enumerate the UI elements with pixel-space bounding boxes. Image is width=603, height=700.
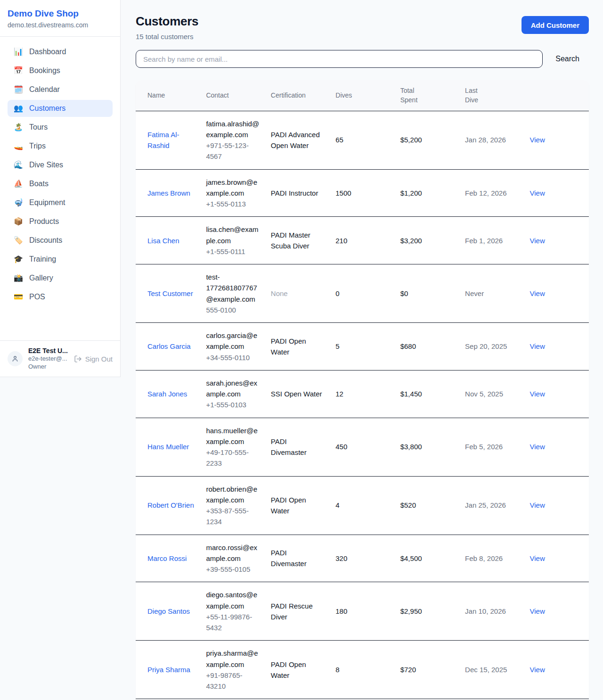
sidebar-item-products[interactable]: 📦 Products	[8, 213, 113, 230]
sidebar-item-label: Training	[29, 255, 56, 264]
customer-email: fatima.alrashid@example.com	[206, 118, 259, 140]
view-customer-link[interactable]: View	[530, 554, 545, 562]
customer-dives: 12	[330, 370, 394, 418]
sidebar-item-label: Discounts	[29, 236, 62, 245]
sidebar-item-discounts[interactable]: 🏷️ Discounts	[8, 232, 113, 249]
view-customer-link[interactable]: View	[530, 390, 545, 398]
table-row: Fatima Al-Rashid fatima.alrashid@example…	[136, 111, 589, 169]
customer-name-link[interactable]: Robert O'Brien	[147, 501, 194, 509]
table-row: Robert O'Brien robert.obrien@example.com…	[136, 476, 589, 535]
customer-email: james.brown@example.com	[206, 177, 259, 199]
page-title: Customers	[136, 14, 198, 29]
view-customer-link[interactable]: View	[530, 607, 545, 615]
customer-email: test-1772681807767@example.com	[206, 272, 259, 305]
sidebar-item-label: Customers	[29, 104, 65, 113]
customer-dives: 450	[330, 418, 394, 476]
customer-phone: 555-0100	[206, 305, 259, 315]
customer-name-link[interactable]: Carlos Garcia	[147, 342, 191, 350]
customer-certification: PADI Open Water	[265, 641, 330, 699]
customer-phone: +91-98765-43210	[206, 670, 259, 692]
sidebar-item-icon: 💳	[14, 293, 23, 301]
customers-table-card: NameContactCertificationDivesTotal Spent…	[136, 80, 589, 700]
person-icon	[11, 355, 19, 362]
customer-total-spent: $0	[395, 264, 459, 323]
shop-domain: demo.test.divestreams.com	[8, 21, 113, 29]
customer-phone: +49-170-555-2233	[206, 447, 259, 469]
customer-name-link[interactable]: James Brown	[147, 189, 190, 197]
customer-name-link[interactable]: Diego Santos	[147, 607, 190, 615]
view-customer-link[interactable]: View	[530, 342, 545, 350]
sign-out-button[interactable]: Sign Out	[74, 355, 113, 363]
customer-last-dive: Feb 5, 2026	[459, 418, 524, 476]
sidebar-item-icon: 🌊	[14, 161, 23, 169]
sidebar-item-label: Calendar	[29, 85, 60, 94]
sidebar-item-boats[interactable]: ⛵ Boats	[8, 175, 113, 192]
column-header	[524, 80, 589, 111]
sidebar-item-icon: 🤿	[14, 199, 23, 206]
sidebar-item-pos[interactable]: 💳 POS	[8, 288, 113, 305]
customer-total-spent: $5,200	[395, 111, 459, 169]
sidebar-item-customers[interactable]: 👥 Customers	[8, 100, 113, 117]
add-customer-button[interactable]: Add Customer	[522, 16, 589, 34]
sidebar-item-label: Dive Sites	[29, 161, 63, 169]
sidebar-item-label: Tours	[29, 123, 48, 132]
customer-total-spent: $3,800	[395, 418, 459, 476]
sidebar-item-icon: 📅	[14, 67, 23, 74]
sidebar-item-label: Gallery	[29, 274, 53, 282]
sidebar-item-trips[interactable]: 🚤 Trips	[8, 138, 113, 155]
view-customer-link[interactable]: View	[530, 237, 545, 245]
customer-phone: +1-555-0113	[206, 198, 259, 209]
sidebar-item-icon: 🚤	[14, 142, 23, 150]
customer-phone: +1-555-0111	[206, 246, 259, 257]
sidebar-item-bookings[interactable]: 📅 Bookings	[8, 62, 113, 79]
customer-certification: PADI Instructor	[265, 169, 330, 217]
customer-last-dive: Never	[459, 264, 524, 323]
customer-name-link[interactable]: Fatima Al-Rashid	[147, 131, 179, 149]
sidebar-item-label: Dashboard	[29, 48, 66, 56]
sidebar-item-label: POS	[29, 293, 45, 301]
customer-name-link[interactable]: Priya Sharma	[147, 666, 190, 674]
sidebar-item-equipment[interactable]: 🤿 Equipment	[8, 194, 113, 211]
column-header: Certification	[265, 80, 330, 111]
search-button[interactable]: Search	[555, 55, 579, 63]
customer-phone: +39-555-0105	[206, 564, 259, 575]
table-row: Priya Sharma priya.sharma@example.com +9…	[136, 641, 589, 699]
view-customer-link[interactable]: View	[530, 443, 545, 451]
view-customer-link[interactable]: View	[530, 289, 545, 297]
sidebar-item-icon: 📊	[14, 48, 23, 56]
customer-dives: 1500	[330, 169, 394, 217]
customer-name-link[interactable]: Test Customer	[147, 289, 193, 297]
user-info: E2E Test U... e2e-tester@... Owner	[28, 346, 68, 371]
sidebar-item-training[interactable]: 🎓 Training	[8, 251, 113, 268]
view-customer-link[interactable]: View	[530, 666, 545, 674]
sidebar-item-tours[interactable]: 🏝️ Tours	[8, 119, 113, 136]
customer-email: sarah.jones@example.com	[206, 378, 259, 400]
sidebar-item-dashboard[interactable]: 📊 Dashboard	[8, 43, 113, 60]
table-row: Lisa Chen lisa.chen@example.com +1-555-0…	[136, 217, 589, 264]
user-role: Owner	[28, 363, 68, 371]
customer-name-link[interactable]: Marco Rossi	[147, 554, 187, 562]
sidebar-item-gallery[interactable]: 📸 Gallery	[8, 270, 113, 287]
sidebar-item-label: Equipment	[29, 198, 65, 207]
customer-certification: None	[265, 264, 330, 323]
customer-total-spent: $1,200	[395, 169, 459, 217]
sidebar-nav: 📊 Dashboard 📅 Bookings 🗓️ Calendar 👥 Cus…	[0, 37, 120, 340]
sidebar-item-calendar[interactable]: 🗓️ Calendar	[8, 81, 113, 98]
customer-total-spent: $1,450	[395, 370, 459, 418]
table-row: James Brown james.brown@example.com +1-5…	[136, 169, 589, 217]
customer-total-spent: $4,500	[395, 535, 459, 582]
sidebar-item-dive-sites[interactable]: 🌊 Dive Sites	[8, 156, 113, 173]
customer-name-link[interactable]: Hans Mueller	[147, 443, 189, 451]
view-customer-link[interactable]: View	[530, 501, 545, 509]
customer-total-spent: $2,950	[395, 582, 459, 641]
customer-dives: 210	[330, 217, 394, 264]
shop-name-link[interactable]: Demo Dive Shop	[8, 8, 113, 19]
customer-name-link[interactable]: Lisa Chen	[147, 237, 179, 245]
search-input[interactable]	[136, 50, 543, 68]
table-row: Sarah Jones sarah.jones@example.com +1-5…	[136, 370, 589, 418]
customer-name-link[interactable]: Sarah Jones	[147, 390, 187, 398]
customers-table: NameContactCertificationDivesTotal Spent…	[136, 80, 589, 700]
view-customer-link[interactable]: View	[530, 136, 545, 144]
customer-total-spent: $680	[395, 323, 459, 371]
view-customer-link[interactable]: View	[530, 189, 545, 197]
